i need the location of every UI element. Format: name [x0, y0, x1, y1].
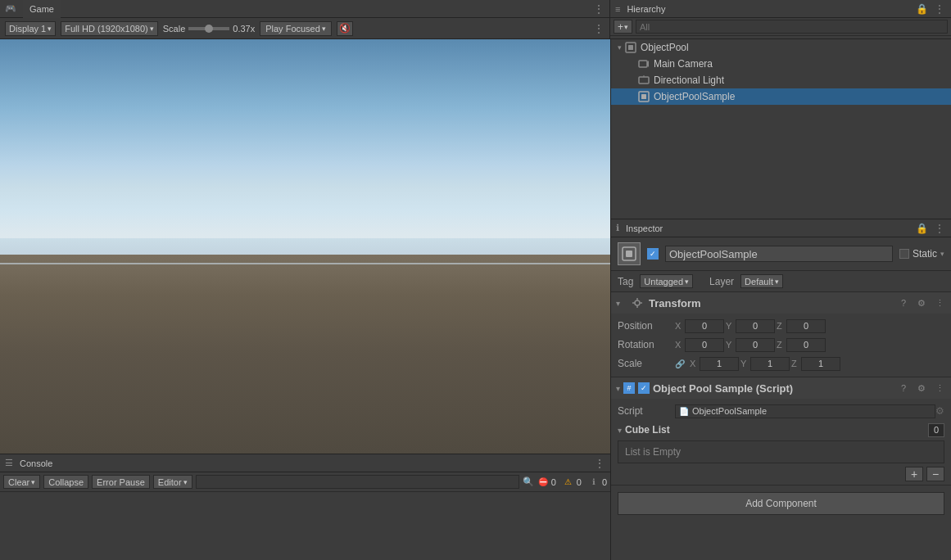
position-z-label: Z [777, 321, 785, 331]
console-search-input[interactable] [196, 475, 519, 489]
hier-label-objectpoolsample: ObjectPoolSample [654, 91, 735, 102]
script-settings-btn[interactable]: ⚙ [915, 382, 928, 395]
scale-z-field: Z [791, 357, 840, 371]
resolution-dropdown[interactable]: Full HD (1920x1080) [61, 21, 158, 36]
scale-fields: 🔗 X Y Z [675, 357, 944, 371]
hierarchy-item-objectpoolsample[interactable]: ObjectPoolSample [611, 88, 951, 105]
list-remove-button[interactable]: − [926, 467, 944, 481]
script-enabled-checkbox[interactable]: ✓ [638, 382, 650, 394]
script-filename: ObjectPoolSample [692, 406, 767, 416]
hierarchy-tab-bar: ≡ Hierarchy 🔒 ⋮ [610, 0, 951, 18]
transform-body: Position X Y [611, 314, 951, 377]
scale-x-field: X [690, 357, 739, 371]
game-controls: Display 1 Full HD (1920x1080) Scale 0.37… [0, 18, 609, 38]
add-component-button[interactable]: Add Component [618, 492, 944, 515]
play-focused-button[interactable]: Play Focused [260, 21, 332, 36]
hierarchy-toolbar: + ▾ [610, 18, 951, 36]
inspector-tab-label[interactable]: Inspector [621, 224, 668, 233]
static-dropdown-arrow[interactable]: ▾ [940, 250, 944, 258]
script-value-field: 📄 ObjectPoolSample [675, 404, 935, 418]
script-help-btn[interactable]: ? [897, 382, 910, 395]
rotation-z-label: Z [777, 340, 785, 350]
script-component-header[interactable]: ▾ # ✓ Object Pool Sample (Script) ? ⚙ ⋮ [611, 377, 951, 399]
editor-dropdown[interactable]: Editor [153, 475, 192, 489]
position-y-input[interactable] [736, 319, 775, 333]
layer-dropdown[interactable]: Default [740, 274, 783, 288]
mute-button[interactable]: 🔇 [337, 21, 353, 36]
console-tab-bar: ☰ Console ⋮ [0, 454, 610, 472]
tag-label: Tag [618, 276, 633, 287]
hierarchy-dots-icon[interactable]: ⋮ [933, 2, 946, 16]
scale-y-input[interactable] [750, 357, 790, 371]
inspector-dots-icon[interactable]: ⋮ [933, 222, 946, 235]
sky-gradient [0, 39, 610, 267]
static-checkbox[interactable] [899, 249, 909, 259]
transform-title: Transform [649, 297, 892, 309]
scale-z-input[interactable] [801, 357, 840, 371]
svg-point-10 [635, 300, 640, 305]
hierarchy-item-objectpool[interactable]: ▾ ObjectPool [611, 39, 951, 56]
console-tab-label[interactable]: Console [15, 458, 57, 468]
scale-x-input[interactable] [700, 357, 739, 371]
transform-component: ▾ Transform ? ⚙ ⋮ [611, 292, 951, 377]
hier-arrow-camera [627, 59, 637, 69]
hier-icon-camera [637, 57, 650, 70]
hierarchy-icon-objectpool [624, 41, 637, 54]
clear-button[interactable]: Clear [3, 475, 40, 489]
rotation-label: Rotation [618, 339, 675, 350]
game-tab-label[interactable]: Game [23, 0, 61, 18]
rotation-x-label: X [675, 340, 683, 350]
game-viewport [0, 39, 610, 454]
transform-menu-btn[interactable]: ⋮ [933, 296, 946, 309]
position-z-input[interactable] [786, 319, 826, 333]
position-x-input[interactable] [685, 319, 724, 333]
list-empty-text: List is Empty [625, 446, 681, 458]
tag-dropdown[interactable]: Untagged [640, 274, 693, 288]
script-menu-btn[interactable]: ⋮ [933, 382, 946, 395]
console-content [0, 492, 610, 560]
display-dropdown[interactable]: Display 1 [5, 21, 56, 36]
collapse-button[interactable]: Collapse [43, 475, 88, 489]
hierarchy-tab-label[interactable]: Hierarchy [622, 4, 670, 14]
rotation-y-input[interactable] [736, 338, 775, 352]
script-component-body: Script 📄 ObjectPoolSample ⚙ ▾ Cube List … [611, 399, 951, 485]
script-gear-icon[interactable]: ⚙ [935, 405, 944, 417]
hierarchy-item-maincamera[interactable]: Main Camera [611, 56, 951, 72]
transform-help-btn[interactable]: ? [897, 296, 910, 309]
object-name-input[interactable] [665, 246, 893, 262]
hierarchy-add-button[interactable]: + ▾ [614, 20, 632, 34]
error-pause-button[interactable]: Error Pause [92, 475, 150, 489]
scale-slider[interactable] [188, 27, 229, 30]
transform-header[interactable]: ▾ Transform ? ⚙ ⋮ [611, 292, 951, 314]
rotation-z-input[interactable] [786, 338, 826, 352]
rotation-x-input[interactable] [685, 338, 724, 352]
game-controls-dots[interactable]: ⋮ [593, 22, 605, 35]
console-tab-dots[interactable]: ⋮ [594, 457, 605, 470]
hierarchy-top-area: ≡ Hierarchy 🔒 ⋮ + ▾ [610, 0, 951, 38]
list-add-button[interactable]: + [905, 467, 923, 481]
game-tab-icon: 🎮 [5, 3, 16, 14]
add-arrow: ▾ [624, 23, 628, 31]
hierarchy-panel-actions: 🔒 ⋮ [915, 2, 946, 16]
game-tab-dots[interactable]: ⋮ [593, 2, 605, 16]
hierarchy-search-input[interactable] [636, 20, 948, 34]
hier-arrow-light [627, 75, 637, 85]
hierarchy-item-dirlight[interactable]: Directional Light [611, 72, 951, 88]
hierarchy-lock-icon[interactable]: 🔒 [915, 2, 928, 16]
rotation-z-field: Z [777, 338, 826, 352]
error-badge: ⛔ 0 [537, 476, 556, 488]
hier-icon-light [637, 74, 650, 87]
scale-control: Scale 0.37x [163, 24, 255, 34]
position-y-label: Y [726, 321, 734, 331]
cube-list-header: ▾ Cube List 0 [618, 421, 944, 439]
rotation-y-field: Y [726, 338, 775, 352]
script-field-label: Script [618, 405, 675, 417]
object-enabled-checkbox[interactable]: ✓ [647, 248, 659, 260]
transform-settings-btn[interactable]: ⚙ [915, 296, 928, 309]
cube-list-toggle[interactable]: ▾ [618, 426, 622, 435]
svg-rect-1 [628, 45, 633, 50]
script-row: Script 📄 ObjectPoolSample ⚙ [618, 402, 944, 420]
inspector-lock-icon[interactable]: 🔒 [915, 222, 928, 235]
top-bar: 🎮 Game ⋮ Display 1 Full HD (1920x1080) S… [0, 0, 951, 39]
list-empty-box: List is Empty [618, 440, 944, 463]
